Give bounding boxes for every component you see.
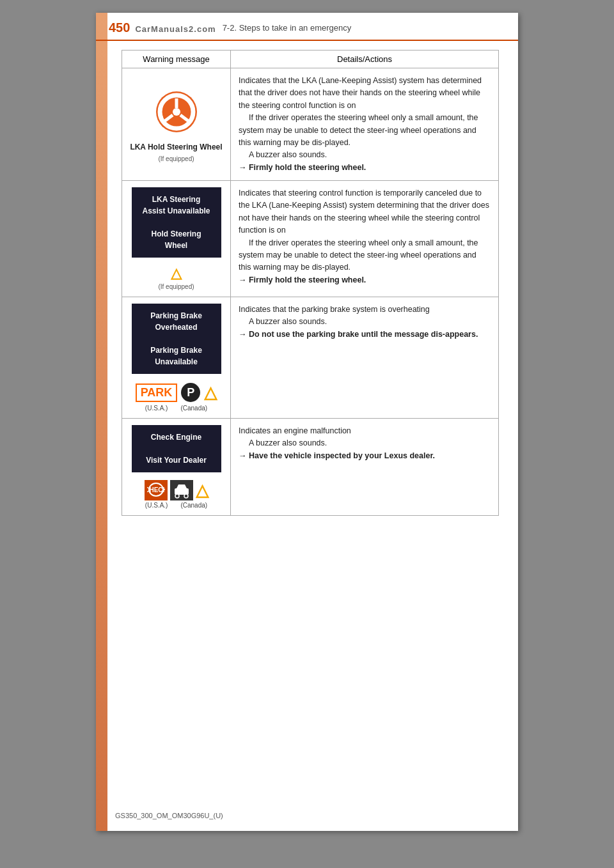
warning-cell-lka-hold: LKA Hold Steering Wheel (If equipped) <box>122 68 231 181</box>
site-logo-text: CarManuals2.com <box>135 24 216 34</box>
if-equipped-label-1: (If equipped) <box>130 155 223 162</box>
check-engine-box: Check Engine Visit Your Dealer <box>132 425 221 472</box>
parking-brake-line2: Overheated <box>137 322 216 333</box>
caution-triangle-icon: △ <box>171 265 182 281</box>
detail-indent-2: If the driver operates the steering whee… <box>239 238 478 272</box>
park-text-icon: PARK <box>136 384 178 402</box>
parking-brake-labels: (U.S.A.) (Canada) <box>130 405 223 412</box>
site-logo: CarManuals2.com <box>135 19 216 36</box>
page: 450 CarManuals2.com 7-2. Steps to take i… <box>96 13 518 831</box>
lka-steering-image <box>148 86 205 137</box>
check-engine-icons-row: CHECK <box>130 480 223 500</box>
details-cell-check-engine: Indicates an engine malfunction A buzzer… <box>231 419 499 516</box>
parking-brake-line4: Unavailable <box>137 356 216 368</box>
check-engine-icon: CHECK <box>145 480 168 500</box>
car-warning-icon <box>170 480 193 500</box>
details-cell-lka-steering: Indicates that steering control function… <box>231 181 499 297</box>
warning-cell-parking-brake: Parking Brake Overheated Parking Brake U… <box>122 297 231 419</box>
usa-label-parking: (U.S.A.) <box>145 405 168 412</box>
svg-marker-9 <box>177 484 187 488</box>
check-engine-svg: CHECK <box>147 481 165 498</box>
parking-brake-line1: Parking Brake <box>137 310 216 322</box>
lka-steering-line2: Assist Unavailable <box>137 205 216 217</box>
detail-action-3: → Do not use the parking brake until the… <box>239 330 478 339</box>
details-cell-parking-brake: Indicates that the parking brake system … <box>231 297 499 419</box>
lka-steering-line1: LKA Steering <box>137 194 216 205</box>
lka-assist-unavailable-box: LKA Steering Assist Unavailable Hold Ste… <box>132 187 221 258</box>
svg-point-11 <box>184 494 188 498</box>
if-equipped-label-2: (If equipped) <box>130 283 223 290</box>
caution-triangle-icon-2: △ <box>204 384 217 401</box>
main-table-wrapper: Warning message Details/Actions <box>122 50 499 516</box>
caution-icon-row: △ <box>130 267 223 281</box>
lka-steering-line3: Hold Steering <box>137 228 216 240</box>
content-area: Warning message Details/Actions <box>96 41 518 529</box>
car-icon-svg <box>172 482 191 499</box>
canada-label-check-engine: (Canada) <box>180 502 207 509</box>
detail-action-4: → Have the vehicle inspected by your Lex… <box>239 451 435 460</box>
page-header: 450 CarManuals2.com 7-2. Steps to take i… <box>96 13 518 41</box>
page-footer: GS350_300_OM_OM30G96U_(U) <box>115 812 223 819</box>
check-engine-line1: Check Engine <box>137 431 216 443</box>
warning-cell-check-engine: Check Engine Visit Your Dealer <box>122 419 231 516</box>
detail-indent-1: If the driver operates the steering whee… <box>239 113 478 147</box>
usa-label-check-engine: (U.S.A.) <box>145 502 168 509</box>
p-circle-icon: P <box>181 383 200 402</box>
steering-wheel-icon <box>151 89 202 134</box>
parking-brake-icons-row: PARK P △ <box>130 382 223 403</box>
warning-table: Warning message Details/Actions <box>122 50 499 516</box>
table-row: Parking Brake Overheated Parking Brake U… <box>122 297 499 419</box>
details-cell-lka-hold: Indicates that the LKA (Lane-Keeping Ass… <box>231 68 499 181</box>
check-engine-line2: Visit Your Dealer <box>137 454 216 466</box>
warning-cell-lka-steering: LKA Steering Assist Unavailable Hold Ste… <box>122 181 231 297</box>
lka-steering-line4: Wheel <box>137 240 216 251</box>
col-header-details: Details/Actions <box>231 50 499 68</box>
table-row: LKA Steering Assist Unavailable Hold Ste… <box>122 181 499 297</box>
svg-point-10 <box>175 494 179 498</box>
detail-action-2: → Firmly hold the steering wheel. <box>239 275 366 284</box>
detail-buzzer-1: A buzzer also sounds. <box>249 150 327 159</box>
page-number: 450 <box>109 20 130 35</box>
left-decorative-bar <box>96 13 107 831</box>
canada-label-parking: (Canada) <box>180 405 207 412</box>
lka-hold-label: LKA Hold Steering Wheel <box>130 141 223 153</box>
table-row: Check Engine Visit Your Dealer <box>122 419 499 516</box>
parking-brake-line3: Parking Brake <box>137 345 216 356</box>
col-header-warning: Warning message <box>122 50 231 68</box>
caution-triangle-icon-3: △ <box>196 482 209 499</box>
detail-buzzer-3: A buzzer also sounds. <box>249 317 327 326</box>
detail-buzzer-4: A buzzer also sounds. <box>249 438 327 447</box>
detail-action-1: → Firmly hold the steering wheel. <box>239 163 366 172</box>
svg-point-2 <box>173 108 180 116</box>
svg-text:CHECK: CHECK <box>147 486 165 493</box>
table-row: LKA Hold Steering Wheel (If equipped) In… <box>122 68 499 181</box>
check-engine-labels: (U.S.A.) (Canada) <box>130 502 223 509</box>
chapter-title: 7-2. Steps to take in an emergency <box>223 23 352 33</box>
parking-brake-box: Parking Brake Overheated Parking Brake U… <box>132 304 221 374</box>
